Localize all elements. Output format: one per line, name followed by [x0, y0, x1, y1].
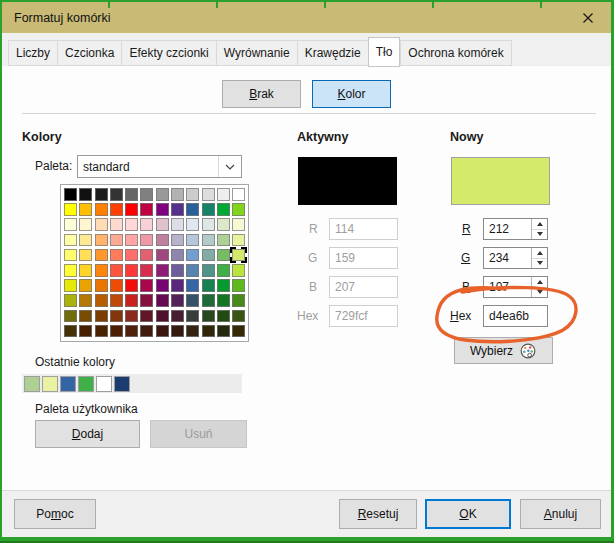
tab-krawedzie[interactable]: Krawędzie — [297, 40, 368, 66]
palette-swatch[interactable] — [79, 249, 92, 262]
palette-swatch[interactable] — [186, 218, 199, 231]
palette-swatch[interactable] — [140, 279, 153, 292]
palette-swatch[interactable] — [140, 310, 153, 323]
palette-swatch[interactable] — [64, 264, 77, 277]
palette-swatch[interactable] — [140, 218, 153, 231]
palette-swatch[interactable] — [95, 218, 108, 231]
palette-swatch[interactable] — [202, 294, 215, 307]
hex-input[interactable]: d4ea6b — [483, 305, 548, 327]
palette-swatch[interactable] — [171, 310, 184, 323]
palette-swatch[interactable] — [156, 203, 169, 216]
palette-swatch[interactable] — [171, 234, 184, 247]
palette-swatch[interactable] — [171, 294, 184, 307]
palette-swatch[interactable] — [95, 294, 108, 307]
close-button[interactable] — [573, 7, 603, 29]
tab-efekty-czcionki[interactable]: Efekty czcionki — [121, 40, 215, 66]
palette-swatch[interactable] — [186, 203, 199, 216]
cancel-button[interactable]: Anuluj — [520, 499, 601, 529]
palette-swatch[interactable] — [217, 249, 230, 262]
palette-swatch[interactable] — [64, 234, 77, 247]
reset-button[interactable]: Resetuj — [339, 499, 417, 529]
palette-swatch[interactable] — [156, 264, 169, 277]
palette-swatch[interactable] — [95, 264, 108, 277]
spin-down-icon[interactable] — [532, 259, 547, 269]
palette-swatch[interactable] — [217, 264, 230, 277]
palette-swatch[interactable] — [79, 264, 92, 277]
palette-swatch[interactable] — [79, 279, 92, 292]
palette-swatch[interactable] — [217, 188, 230, 201]
palette-swatch[interactable] — [64, 325, 77, 338]
palette-swatch[interactable] — [171, 325, 184, 338]
palette-swatch[interactable] — [140, 264, 153, 277]
palette-swatch[interactable] — [64, 279, 77, 292]
palette-swatch[interactable] — [156, 325, 169, 338]
palette-swatch[interactable] — [186, 325, 199, 338]
palette-swatch[interactable] — [140, 203, 153, 216]
palette-swatch[interactable] — [110, 218, 123, 231]
palette-swatch[interactable] — [202, 310, 215, 323]
spin-up-icon[interactable] — [532, 248, 547, 259]
palette-swatch-selected[interactable] — [232, 249, 245, 262]
tab-czcionka[interactable]: Czcionka — [57, 40, 121, 66]
palette-swatch[interactable] — [110, 294, 123, 307]
palette-swatch[interactable] — [232, 325, 245, 338]
palette-swatch[interactable] — [202, 279, 215, 292]
palette-swatch[interactable] — [125, 325, 138, 338]
palette-swatch[interactable] — [125, 218, 138, 231]
palette-swatch[interactable] — [95, 203, 108, 216]
palette-swatch[interactable] — [156, 234, 169, 247]
recent-color-swatch[interactable] — [60, 376, 76, 392]
palette-swatch[interactable] — [140, 325, 153, 338]
palette-select[interactable]: standard — [77, 155, 242, 178]
palette-swatch[interactable] — [125, 310, 138, 323]
palette-swatch[interactable] — [110, 203, 123, 216]
palette-swatch[interactable] — [217, 310, 230, 323]
palette-swatch[interactable] — [202, 203, 215, 216]
palette-swatch[interactable] — [217, 279, 230, 292]
palette-swatch[interactable] — [110, 188, 123, 201]
palette-swatch[interactable] — [186, 294, 199, 307]
tab-ochrona-komorek[interactable]: Ochrona komórek — [400, 40, 511, 66]
palette-swatch[interactable] — [217, 203, 230, 216]
remove-color-button[interactable]: Usuń — [150, 420, 247, 448]
palette-swatch[interactable] — [232, 264, 245, 277]
palette-swatch[interactable] — [232, 310, 245, 323]
palette-swatch[interactable] — [125, 264, 138, 277]
palette-swatch[interactable] — [110, 279, 123, 292]
recent-color-swatch[interactable] — [96, 376, 112, 392]
palette-swatch[interactable] — [232, 203, 245, 216]
spin-down-icon[interactable] — [532, 230, 547, 240]
palette-swatch[interactable] — [125, 234, 138, 247]
palette-swatch[interactable] — [140, 294, 153, 307]
palette-swatch[interactable] — [79, 294, 92, 307]
palette-swatch[interactable] — [186, 188, 199, 201]
palette-swatch[interactable] — [171, 264, 184, 277]
palette-swatch[interactable] — [156, 294, 169, 307]
palette-swatch[interactable] — [232, 234, 245, 247]
palette-swatch[interactable] — [79, 234, 92, 247]
palette-swatch[interactable] — [140, 234, 153, 247]
palette-swatch[interactable] — [171, 218, 184, 231]
fill-none-button[interactable]: Brak — [222, 80, 301, 108]
palette-swatch[interactable] — [95, 188, 108, 201]
palette-swatch[interactable] — [232, 279, 245, 292]
palette-swatch[interactable] — [186, 234, 199, 247]
palette-swatch[interactable] — [232, 188, 245, 201]
palette-swatch[interactable] — [171, 249, 184, 262]
palette-swatch[interactable] — [79, 203, 92, 216]
palette-swatch[interactable] — [217, 325, 230, 338]
spin-down-icon[interactable] — [532, 288, 547, 298]
palette-swatch[interactable] — [64, 310, 77, 323]
palette-swatch[interactable] — [64, 203, 77, 216]
palette-swatch[interactable] — [202, 188, 215, 201]
pick-color-button[interactable]: Wybierz — [454, 337, 553, 364]
palette-swatch[interactable] — [125, 188, 138, 201]
palette-swatch[interactable] — [79, 325, 92, 338]
recent-color-swatch[interactable] — [42, 376, 58, 392]
palette-swatch[interactable] — [171, 188, 184, 201]
new-g-spinner[interactable]: 234 — [483, 247, 548, 269]
new-b-spinner[interactable]: 107 — [483, 276, 548, 298]
palette-swatch[interactable] — [156, 279, 169, 292]
add-color-button[interactable]: Dodaj — [35, 420, 140, 448]
palette-swatch[interactable] — [186, 279, 199, 292]
